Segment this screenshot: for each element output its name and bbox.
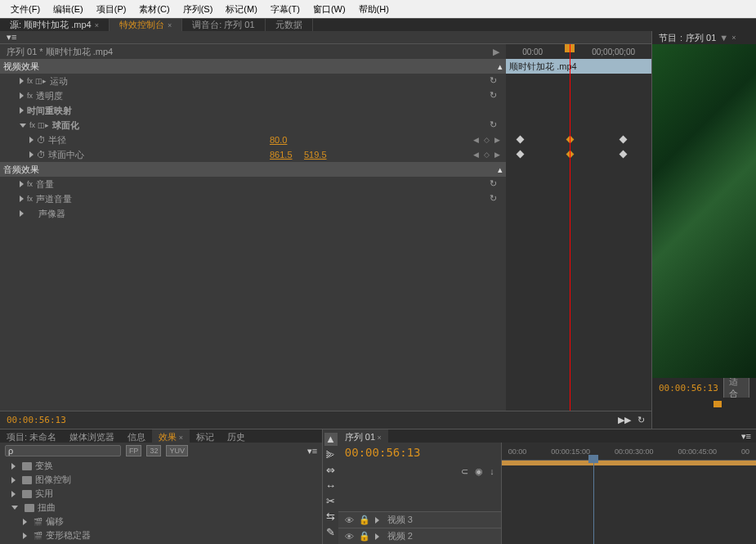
menu-item[interactable]: 标记(M) xyxy=(219,3,264,16)
effect-channel-volume[interactable]: fx声道音量↻ xyxy=(0,191,506,206)
collapse-icon[interactable]: ▶ xyxy=(493,47,499,57)
reset-icon[interactable]: ↻ xyxy=(490,90,501,101)
tab-markers[interactable]: 标记 xyxy=(190,429,221,443)
keyframe-track-center[interactable] xyxy=(506,147,651,162)
tree-row[interactable]: 扭曲 xyxy=(0,501,322,515)
eye-icon[interactable]: 👁 xyxy=(345,515,354,525)
timecode-display[interactable]: 00:00:56:13 xyxy=(7,415,66,425)
next-keyframe-icon[interactable]: ▶ xyxy=(493,151,501,159)
keyframe-icon[interactable] xyxy=(620,136,628,144)
reset-icon[interactable]: ↻ xyxy=(490,119,501,131)
add-keyframe-icon[interactable]: ◇ xyxy=(482,136,490,144)
prev-keyframe-icon[interactable]: ◀ xyxy=(472,151,480,159)
effect-motion[interactable]: fx ◫▸运动↻ xyxy=(0,74,506,88)
panel-menu-icon[interactable]: ▾≡ xyxy=(307,446,317,456)
keyframe-icon[interactable] xyxy=(517,136,525,144)
effect-spherize[interactable]: fx ◫▸球面化↻ xyxy=(0,118,506,133)
play-icon[interactable]: ▶▶ xyxy=(618,415,631,425)
playhead[interactable] xyxy=(593,461,594,544)
search-input[interactable]: ρ xyxy=(5,445,121,456)
tab-project[interactable]: 项目: 未命名 xyxy=(0,429,63,443)
tree-row[interactable]: 变换 xyxy=(0,459,322,473)
close-icon[interactable]: × xyxy=(177,434,183,442)
add-keyframe-icon[interactable]: ◇ xyxy=(482,151,490,159)
program-timecode[interactable]: 00:00:56:13 xyxy=(659,383,718,393)
badge-yuv[interactable]: YUV xyxy=(166,445,188,456)
work-area-bar[interactable] xyxy=(502,461,756,465)
collapse-icon[interactable]: ▴ xyxy=(498,61,503,72)
next-keyframe-icon[interactable]: ▶ xyxy=(493,136,501,144)
effect-panner[interactable]: 声像器 xyxy=(0,206,506,221)
menu-item[interactable]: 序列(S) xyxy=(177,3,220,16)
keyframe-icon[interactable] xyxy=(620,151,628,159)
tab-media-browser[interactable]: 媒体浏览器 xyxy=(63,429,121,443)
sequence-timeline[interactable]: 00:0000:00:15:0000:00:30:0000:00:45:0000 xyxy=(502,443,756,544)
reset-icon[interactable]: ↻ xyxy=(490,178,501,190)
preview-viewport[interactable] xyxy=(652,44,756,378)
tab-program[interactable]: 节目: 序列 01▼× xyxy=(652,31,756,44)
tree-row[interactable]: 🎬变形稳定器 xyxy=(0,528,322,542)
menu-item[interactable]: 项目(P) xyxy=(90,3,133,16)
effects-tree[interactable]: 变换图像控制实用扭曲🎬偏移🎬变形稳定器🎬变换 xyxy=(0,459,322,544)
playhead[interactable] xyxy=(570,44,570,411)
lock-icon[interactable]: 🔒 xyxy=(359,515,370,525)
reset-icon[interactable]: ↻ xyxy=(490,75,501,87)
triangle-icon[interactable] xyxy=(11,463,16,470)
tab-effect-controls[interactable]: 特效控制台× xyxy=(110,19,182,31)
pen-tool-icon[interactable]: ✎ xyxy=(324,526,338,539)
close-icon[interactable]: × xyxy=(375,434,382,442)
keyframe-track-radius[interactable] xyxy=(506,133,651,147)
effect-volume[interactable]: fx音量↻ xyxy=(0,177,506,191)
track-select-tool-icon[interactable]: ⫸ xyxy=(324,448,338,461)
effect-timeremap[interactable]: 时间重映射 xyxy=(0,103,506,118)
tab-sequence[interactable]: 序列 01 × xyxy=(338,429,388,443)
tree-row[interactable]: 图像控制 xyxy=(0,473,322,487)
menu-item[interactable]: 文件(F) xyxy=(4,3,47,16)
badge-fp[interactable]: FP xyxy=(126,445,142,456)
prev-keyframe-icon[interactable]: ◀ xyxy=(472,136,480,144)
value-center-y[interactable]: 519.5 xyxy=(304,150,327,160)
eye-icon[interactable]: 👁 xyxy=(345,532,354,542)
menu-item[interactable]: 素材(C) xyxy=(132,3,176,16)
timeline-ruler[interactable]: 00:0000;00;00;00 xyxy=(506,44,651,59)
tree-row[interactable]: 🎬偏移 xyxy=(0,515,322,528)
loop-icon[interactable]: ↻ xyxy=(637,415,645,425)
close-icon[interactable]: × xyxy=(168,21,172,29)
collapse-icon[interactable]: ▴ xyxy=(498,164,503,175)
triangle-icon[interactable] xyxy=(11,477,16,483)
keyframe-icon[interactable] xyxy=(517,151,525,159)
value-center-x[interactable]: 861.5 xyxy=(270,150,293,160)
triangle-icon[interactable] xyxy=(11,491,16,497)
tab-effects[interactable]: 效果 × xyxy=(152,429,190,443)
panel-menu-icon[interactable]: ▾≡ xyxy=(736,429,756,443)
timeline-clip[interactable]: 顺时针加花 .mp4 xyxy=(506,59,651,74)
prop-radius[interactable]: ⏱半径 80.0 ◀◇▶ xyxy=(0,133,506,147)
menu-item[interactable]: 字幕(T) xyxy=(264,3,306,16)
menu-item[interactable]: 帮助(H) xyxy=(352,3,396,16)
rate-tool-icon[interactable]: ↔ xyxy=(324,479,338,492)
timeline-ruler[interactable]: 00:0000:00:15:0000:00:30:0000:00:45:0000 xyxy=(502,443,756,461)
value-radius[interactable]: 80.0 xyxy=(270,135,287,145)
selection-tool-icon[interactable]: ▲ xyxy=(324,433,338,446)
effect-timeline[interactable]: 00:0000;00;00;00 顺时针加花 .mp4 xyxy=(506,44,651,411)
badge-32[interactable]: 32 xyxy=(146,445,161,456)
tab-source[interactable]: 源: 顺时针加花 .mp4× xyxy=(0,19,110,31)
marker-icon[interactable]: ◉ xyxy=(475,466,483,477)
panel-menu-icon[interactable]: ▾≡ xyxy=(7,32,16,43)
snap-icon[interactable]: ⊂ xyxy=(461,466,468,477)
tab-info[interactable]: 信息 xyxy=(121,429,152,443)
triangle-icon[interactable] xyxy=(11,506,18,510)
close-icon[interactable]: × xyxy=(731,34,736,42)
playhead-handle[interactable] xyxy=(714,401,722,407)
triangle-icon[interactable] xyxy=(23,519,27,525)
lock-icon[interactable]: 🔒 xyxy=(359,531,370,542)
tab-audio-mixer[interactable]: 调音台: 序列 01 xyxy=(182,19,265,31)
menu-item[interactable]: 编辑(E) xyxy=(47,3,90,16)
tab-metadata[interactable]: 元数据 xyxy=(266,19,313,31)
program-ruler[interactable] xyxy=(652,398,756,412)
sequence-timecode[interactable]: 00:00:56:13 xyxy=(345,446,421,459)
effect-opacity[interactable]: fx透明度↻ xyxy=(0,88,506,103)
tab-history[interactable]: 历史 xyxy=(221,429,252,443)
close-icon[interactable]: × xyxy=(95,21,99,29)
prop-center[interactable]: ⏱球面中心 861.5 519.5 ◀◇▶ xyxy=(0,147,506,162)
